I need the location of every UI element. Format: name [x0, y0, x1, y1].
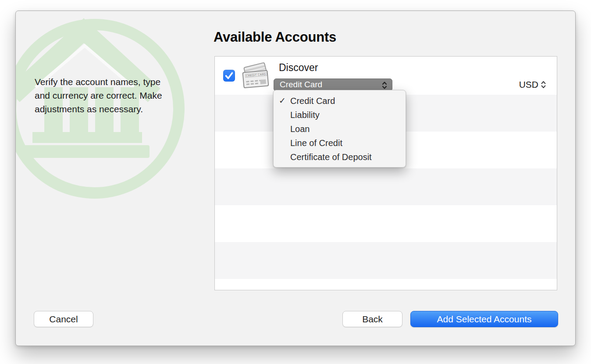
add-selected-accounts-button[interactable]: Add Selected Accounts: [410, 311, 558, 327]
account-checkbox[interactable]: [223, 70, 235, 82]
back-button[interactable]: Back: [342, 311, 402, 327]
account-type-menu: ✓ Credit Card Liability Loan Line of Cre…: [273, 90, 406, 168]
selected-checkmark-icon: ✓: [279, 94, 286, 108]
menu-item-label: Loan: [290, 124, 310, 134]
currency-select[interactable]: USD: [519, 79, 546, 90]
instruction-line: and currency are correct. Make: [35, 89, 201, 102]
account-type-select[interactable]: Credit Card: [274, 79, 392, 91]
instruction-line: adjustments as necessary.: [35, 102, 201, 116]
instruction-line: Verify the account names, type: [35, 75, 201, 89]
cancel-button[interactable]: Cancel: [34, 311, 93, 327]
currency-value: USD: [519, 79, 538, 90]
chevron-up-down-icon: [382, 81, 387, 89]
menu-item-loan[interactable]: Loan: [274, 122, 406, 136]
add-accounts-dialog: Verify the account names, type and curre…: [15, 11, 576, 346]
empty-list-row: [215, 242, 557, 279]
menu-item-label: Credit Card: [290, 96, 335, 106]
page-title: Available Accounts: [214, 29, 336, 45]
checkmark-icon: [223, 70, 235, 82]
instruction-text: Verify the account names, type and curre…: [35, 75, 201, 116]
menu-item-label: Liability: [290, 110, 320, 120]
menu-item-label: Certificate of Deposit: [290, 152, 372, 162]
screen: Verify the account names, type and curre…: [0, 0, 591, 364]
credit-card-icon: CREDIT CARD: [242, 63, 271, 89]
account-type-value: Credit Card: [280, 80, 322, 89]
account-row: CREDIT CARD Discover Credit Card: [215, 57, 557, 95]
credit-card-icon-label: CREDIT CARD: [245, 72, 267, 78]
chevron-up-down-icon: [541, 81, 546, 89]
account-name: Discover: [279, 62, 318, 74]
menu-item-credit-card[interactable]: ✓ Credit Card: [274, 94, 406, 108]
menu-item-line-of-credit[interactable]: Line of Credit: [274, 136, 406, 150]
bank-logo-watermark: [15, 16, 203, 218]
menu-item-certificate-of-deposit[interactable]: Certificate of Deposit: [274, 150, 406, 164]
menu-item-liability[interactable]: Liability: [274, 108, 406, 122]
empty-list-row: [215, 168, 557, 205]
menu-item-label: Line of Credit: [290, 138, 342, 148]
